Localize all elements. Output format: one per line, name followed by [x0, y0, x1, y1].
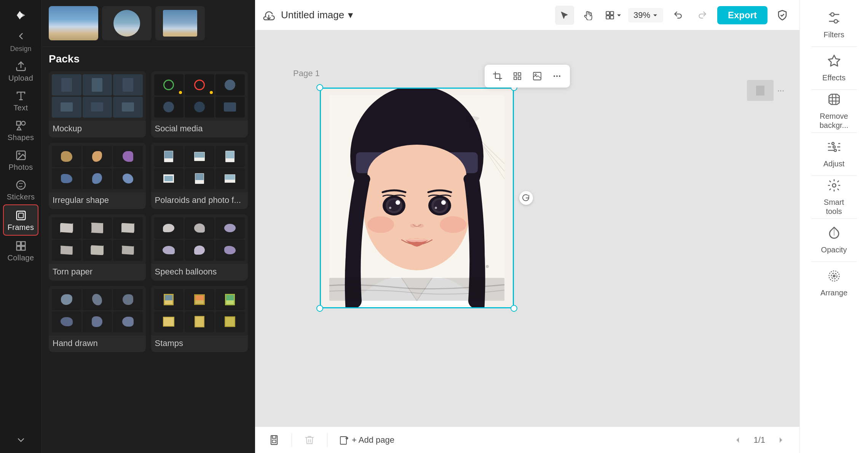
irreg-cell-1: [52, 146, 81, 167]
pack-hand-drawn[interactable]: Hand drawn: [49, 286, 146, 352]
toolbar-right: 39% Export: [555, 6, 792, 25]
handle-bottom-left[interactable]: [316, 305, 323, 312]
svg-rect-2: [16, 121, 20, 125]
canvas-grid-button[interactable]: [509, 68, 526, 85]
pack-social-preview: [151, 71, 248, 121]
thumbnail-2[interactable]: [102, 6, 152, 40]
bottom-separator-1: [292, 433, 292, 447]
right-panel-arrange[interactable]: Arrange: [806, 264, 863, 302]
upload-label: Upload: [8, 74, 33, 83]
page-indicator-more[interactable]: ···: [777, 86, 784, 96]
pack-speech-preview: [151, 214, 248, 264]
stamp-cell-6: [215, 311, 245, 333]
effects-icon: [827, 54, 841, 71]
canvas-area[interactable]: Page 1 ···: [255, 30, 799, 426]
svg-point-72: [831, 273, 837, 279]
handle-bottom-right[interactable]: [511, 305, 517, 312]
social-cell-4: [154, 97, 184, 118]
sidebar-item-frames[interactable]: Frames: [3, 204, 38, 236]
sidebar-item-collage[interactable]: Collage: [0, 236, 41, 265]
sidebar-item-upload[interactable]: Upload: [0, 56, 41, 86]
bottom-delete-button[interactable]: [300, 432, 319, 448]
canvas-crop-button[interactable]: [489, 68, 506, 85]
undo-button[interactable]: [669, 6, 688, 25]
sidebar-item-text[interactable]: Text: [0, 86, 41, 115]
svg-rect-11: [21, 242, 25, 246]
hand-cell-1: [52, 289, 81, 310]
zoom-control[interactable]: 39%: [628, 8, 663, 22]
right-divider-5: [811, 219, 857, 219]
sidebar-item-stickers[interactable]: Stickers: [0, 175, 41, 204]
right-panel-filters[interactable]: Filters: [806, 6, 863, 44]
torn-cell-2: [83, 217, 112, 239]
sidebar-item-photos[interactable]: Photos: [0, 145, 41, 175]
prev-page-button[interactable]: [728, 431, 747, 450]
canvas-replace-button[interactable]: [529, 68, 546, 85]
pack-speech-name: Speech balloons: [151, 264, 248, 281]
svg-rect-15: [610, 11, 614, 15]
polar-cell-5: [185, 168, 214, 190]
redo-button[interactable]: [693, 6, 712, 25]
pack-mockup[interactable]: Mockup: [49, 71, 146, 137]
photos-label: Photos: [8, 163, 33, 172]
thumbnail-3[interactable]: [155, 6, 205, 40]
handle-top-left[interactable]: [316, 84, 323, 91]
cloud-save-button[interactable]: [263, 9, 275, 21]
smart-tools-label: Smart tools: [824, 198, 844, 216]
canvas-more-button[interactable]: [549, 68, 565, 85]
irreg-cell-3: [113, 146, 143, 167]
svg-rect-19: [518, 73, 521, 75]
right-panel-remove-bg[interactable]: Remove backgr...: [806, 92, 863, 130]
shield-button[interactable]: [773, 6, 792, 25]
sidebar-item-shapes[interactable]: Shapes: [0, 115, 41, 145]
right-panel: Filters Effects Remove backgr...: [799, 0, 868, 453]
torn-cell-1: [52, 217, 81, 239]
add-page-button[interactable]: + Add page: [335, 432, 399, 448]
canvas-image-container[interactable]: [320, 88, 514, 308]
bottom-save-button[interactable]: [264, 432, 284, 448]
pack-torn-paper[interactable]: Torn paper: [49, 214, 146, 281]
smart-tools-icon: [827, 179, 841, 195]
collapse-button[interactable]: [10, 29, 32, 43]
right-panel-opacity[interactable]: Opacity: [806, 221, 863, 259]
svg-point-7: [16, 181, 25, 190]
speech-cell-6: [215, 240, 245, 261]
right-panel-adjust[interactable]: Adjust: [806, 135, 863, 173]
right-panel-smart-tools[interactable]: Smart tools: [806, 178, 863, 216]
opacity-icon: [827, 226, 841, 243]
hand-cell-6: [113, 311, 143, 333]
pack-polaroids-name: Polaroids and photo f...: [151, 192, 248, 209]
next-page-button[interactable]: [771, 431, 790, 450]
rotate-handle[interactable]: [519, 191, 533, 205]
select-tool-button[interactable]: [555, 6, 574, 25]
mockup-cell-2: [83, 74, 112, 96]
pack-irregular-shape[interactable]: Irregular shape: [49, 143, 146, 209]
pack-social-media[interactable]: Social media: [151, 71, 248, 137]
svg-point-71: [833, 275, 835, 277]
pack-hand-name: Hand drawn: [49, 335, 146, 352]
shapes-label: Shapes: [8, 133, 34, 142]
svg-rect-9: [18, 213, 23, 218]
hand-cell-2: [83, 289, 112, 310]
pack-mockup-name: Mockup: [49, 121, 146, 137]
stamp-cell-4: [154, 311, 184, 333]
pack-stamps[interactable]: Stamps: [151, 286, 248, 352]
pack-polaroids[interactable]: Polaroids and photo f...: [151, 143, 248, 209]
document-title[interactable]: Untitled image ▾: [281, 9, 353, 21]
irreg-cell-4: [52, 168, 81, 190]
social-cell-2: [185, 74, 214, 96]
layout-tool-button[interactable]: [604, 6, 623, 25]
canvas-toolbar: [485, 65, 570, 88]
page-label: Page 1: [293, 69, 320, 78]
right-panel-effects[interactable]: Effects: [806, 49, 863, 87]
adjust-icon: [827, 140, 841, 157]
sidebar-collapse-bottom[interactable]: [16, 435, 26, 447]
filters-icon: [827, 11, 841, 28]
svg-marker-65: [828, 55, 840, 66]
stamp-cell-3: [215, 289, 245, 310]
hand-tool-button[interactable]: [579, 6, 598, 25]
export-button[interactable]: Export: [717, 6, 767, 24]
thumbnail-1[interactable]: [49, 6, 98, 40]
pack-speech-balloons[interactable]: Speech balloons: [151, 214, 248, 281]
mockup-cell-4: [52, 97, 81, 118]
